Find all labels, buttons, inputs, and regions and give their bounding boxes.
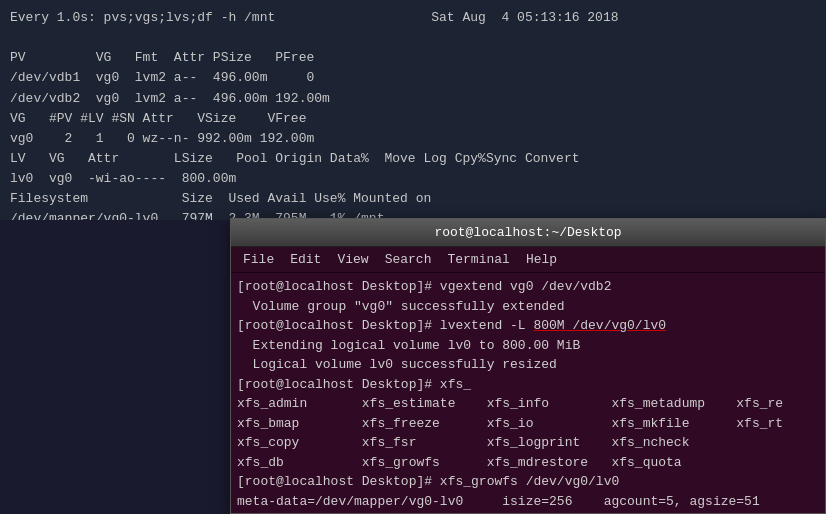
foreground-terminal-window[interactable]: root@localhost:~/Desktop File Edit View …	[230, 218, 826, 514]
bg-terminal-content: Every 1.0s: pvs;vgs;lvs;df -h /mnt Sat A…	[10, 8, 816, 220]
menu-help[interactable]: Help	[518, 250, 565, 269]
terminal-title: root@localhost:~/Desktop	[434, 225, 621, 240]
terminal-menubar: File Edit View Search Terminal Help	[231, 247, 825, 273]
terminal-body: [root@localhost Desktop]# vgextend vg0 /…	[231, 273, 825, 513]
menu-edit[interactable]: Edit	[282, 250, 329, 269]
fg-terminal-content: [root@localhost Desktop]# vgextend vg0 /…	[237, 277, 819, 513]
background-terminal: Every 1.0s: pvs;vgs;lvs;df -h /mnt Sat A…	[0, 0, 826, 220]
menu-search[interactable]: Search	[377, 250, 440, 269]
menu-view[interactable]: View	[329, 250, 376, 269]
terminal-titlebar: root@localhost:~/Desktop	[231, 219, 825, 247]
menu-file[interactable]: File	[235, 250, 282, 269]
menu-terminal[interactable]: Terminal	[439, 250, 517, 269]
